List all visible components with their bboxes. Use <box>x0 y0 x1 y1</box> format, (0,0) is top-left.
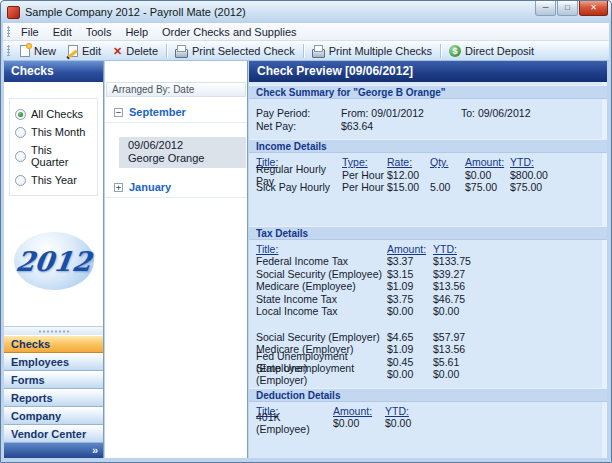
radio-icon <box>15 151 26 162</box>
filter-this-quarter[interactable]: This Quarter <box>13 141 94 171</box>
toolbar: New Edit ✕ Delete Print Selected Check P… <box>3 41 609 61</box>
print-multiple-checks-button[interactable]: Print Multiple Checks <box>306 44 438 58</box>
cell: $0.00 <box>333 417 385 429</box>
menu-grip-handle[interactable] <box>7 26 10 37</box>
delete-button-label: Delete <box>126 45 158 57</box>
close-button[interactable]: ✕ <box>579 1 608 16</box>
direct-deposit-button[interactable]: $ Direct Deposit <box>443 44 540 58</box>
net-pay-value: $63.64 <box>341 120 373 132</box>
nav-employees[interactable]: Employees <box>4 353 103 371</box>
check-date: 09/06/2012 <box>128 139 242 152</box>
tax-row: Federal Income Tax $3.37 $133.75 <box>256 255 607 268</box>
sidebar-nav: Checks Employees Forms Reports Company V… <box>4 326 103 458</box>
cell: $3.75 <box>387 293 433 305</box>
nav-splitter-handle[interactable] <box>4 326 103 335</box>
expand-icon[interactable]: + <box>114 183 123 192</box>
collapse-icon[interactable]: − <box>114 108 123 117</box>
delete-icon: ✕ <box>113 45 122 57</box>
nav-company[interactable]: Company <box>4 407 103 425</box>
cell: Federal Income Tax <box>256 255 387 267</box>
printer-icon <box>312 45 325 57</box>
edit-button[interactable]: Edit <box>62 44 107 58</box>
nav-overflow-chevron[interactable]: » <box>4 443 103 458</box>
menu-file[interactable]: File <box>14 25 46 39</box>
cell: $3.37 <box>387 255 433 267</box>
toolbar-separator <box>303 44 304 58</box>
new-button-label: New <box>34 45 56 57</box>
new-button[interactable]: New <box>14 44 62 58</box>
check-preview-pane: Check Preview [09/06/2012] Check Summary… <box>249 61 607 458</box>
menu-help[interactable]: Help <box>118 25 155 39</box>
pay-period-row: Pay Period: From: 09/01/2012 To: 09/06/2… <box>256 106 607 119</box>
year-logo: 2012 <box>14 232 94 290</box>
check-list-pane: Arranged By: Date − September 09/06/2012… <box>105 61 248 458</box>
list-top-spacer <box>105 61 247 82</box>
tax-group-spacer <box>256 318 607 331</box>
edit-pencil-icon <box>68 45 78 57</box>
filter-this-month[interactable]: This Month <box>13 123 94 141</box>
income-table: Title: Type: Rate: Qty. Amount: YTD: Reg… <box>249 153 607 196</box>
filter-this-year[interactable]: This Year <box>13 171 94 189</box>
print-multiple-label: Print Multiple Checks <box>329 45 432 57</box>
cell: $75.00 <box>510 181 565 193</box>
minimize-button[interactable]: ─ <box>535 1 556 16</box>
tax-details-header: Tax Details <box>249 226 607 240</box>
nav-vendor-center[interactable]: Vendor Center <box>4 425 103 443</box>
cell: Per Hour <box>342 181 387 193</box>
nav-checks[interactable]: Checks <box>4 335 103 353</box>
cell: $1.09 <box>387 343 433 355</box>
tax-row: State Income Tax $3.75 $46.75 <box>256 293 607 306</box>
check-filter-group: All Checks This Month This Quarter This … <box>9 98 98 196</box>
tax-row: State Unemployment (Employer) $0.00 $0.0… <box>256 368 607 381</box>
maximize-button[interactable]: □ <box>557 1 578 16</box>
sidebar: Checks All Checks This Month This Quarte… <box>4 61 104 458</box>
arranged-by-header[interactable]: Arranged By: Date <box>106 82 246 97</box>
window-title: Sample Company 2012 - Payroll Mate (2012… <box>25 6 534 18</box>
group-label: September <box>129 106 186 118</box>
cell: Local Income Tax <box>256 305 387 317</box>
cell: $39.27 <box>433 268 493 280</box>
income-row: Regular Hourly Pay Per Hour $12.00 $0.00… <box>256 169 607 182</box>
column-header: Amount: <box>333 405 385 417</box>
nav-forms[interactable]: Forms <box>4 371 103 389</box>
nav-reports[interactable]: Reports <box>4 389 103 407</box>
toolbar-grip-handle[interactable] <box>7 45 10 56</box>
menu-tools[interactable]: Tools <box>79 25 119 39</box>
cell: $0.00 <box>465 169 510 181</box>
filter-label: All Checks <box>31 108 83 120</box>
pay-period-from: From: 09/01/2012 <box>341 107 461 119</box>
cell: $133.75 <box>433 255 493 267</box>
delete-button[interactable]: ✕ Delete <box>107 44 164 58</box>
cell: $0.45 <box>387 356 433 368</box>
group-january: + January <box>105 172 247 198</box>
net-pay-label: Net Pay: <box>256 120 341 132</box>
cell: $57.97 <box>433 331 493 343</box>
cell: $0.00 <box>385 417 440 429</box>
radio-icon <box>15 175 26 186</box>
check-summary-body: Pay Period: From: 09/01/2012 To: 09/06/2… <box>249 99 607 137</box>
print-selected-check-button[interactable]: Print Selected Check <box>169 44 301 58</box>
menu-edit[interactable]: Edit <box>46 25 79 39</box>
group-september: − September 09/06/2012 George Orange <box>105 97 247 168</box>
cell: Medicare (Employee) <box>256 280 387 292</box>
filter-all-checks[interactable]: All Checks <box>13 105 94 123</box>
filter-label: This Quarter <box>31 144 92 168</box>
pay-period-label: Pay Period: <box>256 107 341 119</box>
cell: State Income Tax <box>256 293 387 305</box>
group-january-row[interactable]: + January <box>105 172 247 198</box>
column-header: YTD: <box>510 156 565 168</box>
tax-row: Social Security (Employee) $3.15 $39.27 <box>256 268 607 281</box>
column-header: Qty. <box>430 156 465 168</box>
menu-order-checks[interactable]: Order Checks and Supplies <box>155 25 304 39</box>
cell: $1.09 <box>387 280 433 292</box>
check-summary-header: Check Summary for "George B Orange" <box>249 85 607 99</box>
check-preview-title: Check Preview [09/06/2012] <box>249 61 607 82</box>
window-controls: ─ □ ✕ <box>534 1 608 16</box>
cell: $0.00 <box>387 305 433 317</box>
cell: $800.00 <box>510 169 565 181</box>
tax-row: Medicare (Employee) $1.09 $13.56 <box>256 280 607 293</box>
group-september-row[interactable]: − September <box>105 97 247 123</box>
toolbar-separator <box>166 44 167 58</box>
check-list-item-selected[interactable]: 09/06/2012 George Orange <box>119 137 246 168</box>
cell: $12.00 <box>387 169 430 181</box>
